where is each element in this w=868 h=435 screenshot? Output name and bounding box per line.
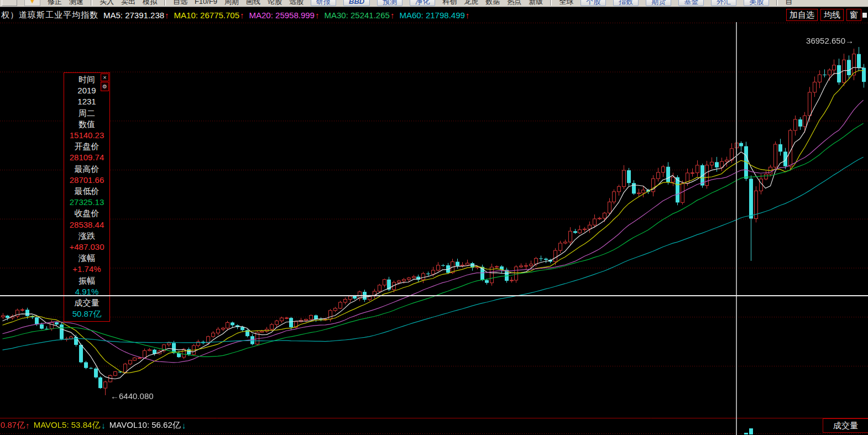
toolbar-item-指数[interactable]: 指数 bbox=[613, 0, 639, 6]
gear-icon[interactable]: ⚙ bbox=[101, 82, 109, 91]
toolbar-item-周期[interactable]: 周期 bbox=[224, 0, 239, 7]
toolbar-item-自[interactable]: 自 bbox=[785, 0, 792, 7]
high-price-value: 36952.650 bbox=[806, 36, 845, 45]
tooltip-row: 数值 bbox=[64, 119, 109, 130]
down-arrow-icon: ↓ bbox=[101, 421, 106, 430]
tooltip-row: 成交量 bbox=[64, 297, 109, 308]
toolbar-item-研报[interactable]: 研报 bbox=[311, 0, 336, 6]
tooltip-row: +1.74% bbox=[64, 264, 109, 275]
high-price-label: 36952.650→ bbox=[806, 36, 854, 45]
toolbar-separator bbox=[550, 0, 552, 6]
tooltip-row: 收盘价 bbox=[64, 208, 109, 219]
close-icon[interactable]: × bbox=[101, 74, 109, 81]
toolbar-item-测速[interactable]: 测速 bbox=[69, 0, 83, 7]
tooltip-row: 最高价 bbox=[64, 164, 109, 175]
mavol5-value: MAVOL5: 53.84亿 bbox=[34, 420, 101, 431]
tooltip-row: 最低价 bbox=[64, 186, 109, 197]
chart-header-bar: 权）道琼斯工业平均指数 MA5: 27391.238↑MA10: 26775.7… bbox=[0, 8, 868, 22]
tooltip-row: 28538.44 bbox=[64, 219, 109, 230]
diamond-arrow-icon[interactable]: ▼ bbox=[24, 0, 40, 6]
header-button-均线[interactable]: 均线 bbox=[820, 9, 844, 21]
toolbar-item-美股[interactable]: 美股 bbox=[744, 0, 769, 6]
trading-app-window: ▼修正测速买入卖出模拟自选F10/F9周期画线论股选股研报BBD预测净化科创龙虎… bbox=[0, 0, 868, 435]
toolbar-item-BBD[interactable]: BBD bbox=[343, 0, 370, 6]
ma-value: MA20: 25958.999 bbox=[249, 11, 315, 20]
low-price-label: ←6440.080 bbox=[111, 391, 154, 401]
up-arrow-icon: ↑ bbox=[240, 11, 244, 20]
volume-pane-label-text: 成交量 bbox=[833, 421, 858, 431]
tooltip-row: 28109.74 bbox=[64, 152, 109, 163]
crosshair-vertical-line[interactable] bbox=[736, 22, 737, 435]
toolbar-item-画线[interactable]: 画线 bbox=[246, 0, 260, 7]
down-arrow-icon: ↓ bbox=[182, 421, 186, 430]
top-toolbar: ▼修正测速买入卖出模拟自选F10/F9周期画线论股选股研报BBD预测净化科创龙虎… bbox=[0, 0, 868, 7]
tooltip-row: +487.030 bbox=[64, 242, 109, 253]
toolbar-item-基金[interactable]: 基金 bbox=[678, 0, 704, 6]
tooltip-row: 27325.13 bbox=[64, 197, 109, 208]
ma-values: MA5: 27391.238↑MA10: 26775.705↑MA20: 259… bbox=[98, 11, 469, 20]
header-button-窗[interactable]: 窗 bbox=[846, 9, 861, 21]
toolbar-separator bbox=[776, 0, 778, 6]
kline-chart-canvas[interactable] bbox=[0, 22, 868, 435]
toolbar-stub-button[interactable] bbox=[2, 0, 17, 6]
tooltip-rows: 时间20191231周二数值15140.23开盘价28109.74最高价2870… bbox=[64, 74, 109, 319]
toolbar-item-选股[interactable]: 选股 bbox=[289, 0, 304, 7]
toolbar-item-净化[interactable]: 净化 bbox=[410, 0, 435, 6]
mavol10-value: MAVOL10: 56.62亿 bbox=[109, 420, 181, 431]
toolbar-item-外汇[interactable]: 外汇 bbox=[711, 0, 736, 6]
low-price-value: 6440.080 bbox=[119, 391, 154, 401]
toolbar-item-买入[interactable]: 买入 bbox=[100, 0, 114, 7]
tooltip-row: 周二 bbox=[64, 108, 109, 119]
tooltip-row: 开盘价 bbox=[64, 141, 109, 152]
toolbar-separator bbox=[164, 0, 166, 6]
toolbar-item-论股[interactable]: 论股 bbox=[268, 0, 282, 7]
toolbar-item-预测[interactable]: 预测 bbox=[377, 0, 402, 6]
tooltip-row: 涨跌 bbox=[64, 230, 109, 242]
tooltip-row: 1231 bbox=[64, 96, 109, 107]
toolbar-separator bbox=[91, 0, 92, 6]
toolbar-item-自选[interactable]: 自选 bbox=[173, 0, 187, 7]
up-arrow-icon: ↑ bbox=[466, 11, 470, 20]
up-arrow-icon: ↑ bbox=[25, 421, 30, 430]
tooltip-row: 15140.23 bbox=[64, 130, 109, 141]
volume-value: 0.87亿 bbox=[1, 420, 25, 431]
header-buttons: 加自选均线窗 bbox=[786, 9, 861, 21]
toolbar-item-卖出[interactable]: 卖出 bbox=[121, 0, 135, 7]
ma-value: MA5: 27391.238 bbox=[103, 11, 164, 20]
tooltip-row: 涨幅 bbox=[64, 253, 109, 264]
toolbar-item-期货[interactable]: 期货 bbox=[646, 0, 671, 6]
symbol-title: 权）道琼斯工业平均指数 bbox=[1, 10, 98, 20]
up-arrow-icon: ↑ bbox=[390, 11, 395, 20]
right-arrow-icon: → bbox=[845, 36, 854, 45]
toolbar-item-模拟[interactable]: 模拟 bbox=[143, 0, 157, 7]
toolbar-item-全球[interactable]: 全球 bbox=[559, 0, 573, 7]
toolbar-item-龙虎[interactable]: 龙虎 bbox=[464, 0, 478, 7]
data-tooltip-panel: × ⚙ 时间20191231周二数值15140.23开盘价28109.74最高价… bbox=[64, 72, 110, 322]
up-arrow-icon: ↑ bbox=[165, 11, 169, 20]
tooltip-row: 振幅 bbox=[64, 275, 109, 286]
toolbar-item-修正[interactable]: 修正 bbox=[48, 0, 62, 7]
left-arrow-icon: ← bbox=[111, 391, 119, 401]
window-icon[interactable] bbox=[862, 13, 867, 18]
toolbar-item-热点[interactable]: 热点 bbox=[507, 0, 521, 7]
volume-indicator-row: 0.87亿 ↑ MAVOL5: 53.84亿 ↓ MAVOL10: 56.62亿… bbox=[1, 420, 186, 431]
tooltip-row: 28701.66 bbox=[64, 175, 109, 186]
toolbar-item-新版[interactable]: 新版 bbox=[529, 0, 543, 7]
toolbar-item-科创[interactable]: 科创 bbox=[442, 0, 457, 7]
crosshair-horizontal-line[interactable] bbox=[0, 295, 868, 296]
ma-value: MA60: 21798.499 bbox=[399, 11, 464, 20]
up-arrow-icon: ↑ bbox=[315, 11, 320, 20]
ma-value: MA30: 25241.265 bbox=[324, 11, 389, 20]
tooltip-row: 50.87亿 bbox=[64, 308, 109, 319]
volume-pane-label[interactable]: 成交量 bbox=[823, 418, 868, 433]
toolbar-item-个股[interactable]: 个股 bbox=[581, 0, 606, 6]
header-button-加自选[interactable]: 加自选 bbox=[786, 9, 818, 21]
ma-value: MA10: 26775.705 bbox=[174, 11, 239, 20]
toolbar-item-F10/F9[interactable]: F10/F9 bbox=[195, 0, 217, 6]
toolbar-item-数据[interactable]: 数据 bbox=[485, 0, 500, 7]
toolbar-items: ▼修正测速买入卖出模拟自选F10/F9周期画线论股选股研报BBD预测净化科创龙虎… bbox=[0, 0, 868, 7]
